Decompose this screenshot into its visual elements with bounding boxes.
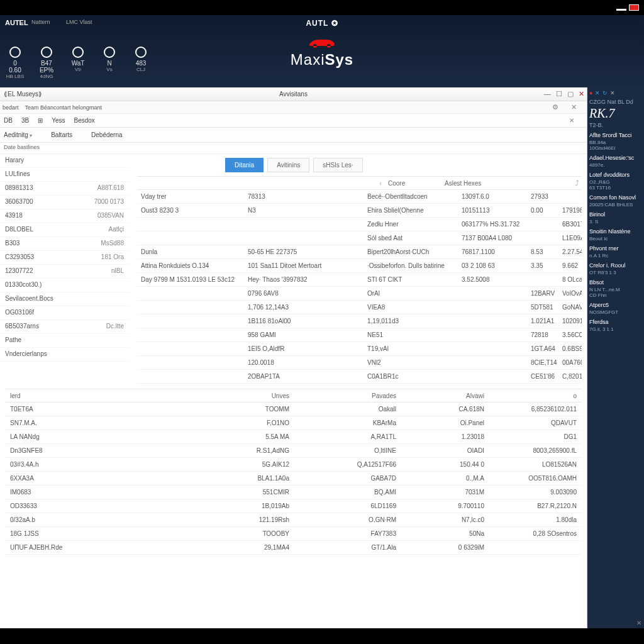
table-row[interactable]: Zedłu Hner063177% HS.31.7326B3017: [137, 218, 582, 231]
table-row[interactable]: 18G 1JSSТОOOBYFAY738350Na0,28 SOsentros: [5, 527, 582, 541]
table-row[interactable]: 1,706 12,14A3VIEA85DT581GoNAV: [137, 301, 582, 314]
table-row[interactable]: Sól sbed Aat7137 B00A4 L080L1E09AG: [137, 231, 582, 245]
side-item: Sevilacoent.Bocs: [0, 292, 129, 306]
menubar: bedart Team Béancontart helongmant ⚙ ✕: [0, 101, 587, 114]
table-row[interactable]: 1B116 81oAl001,19,011d31.021A1102091388: [137, 314, 582, 328]
ribbon-bartarts[interactable]: Baltarts: [51, 131, 72, 138]
export-icon[interactable]: ⤴: [573, 179, 582, 187]
side-item: 439180385VAN: [0, 209, 129, 223]
table-row[interactable]: UПUF AJEBH.Rde29,1MA4GT/1.Ala0 6329iM: [5, 541, 582, 555]
sub-brand-2: LMC Vlast: [66, 19, 92, 25]
panel-section: Comon fon Nasovl20025:CAB BHLES: [589, 194, 642, 208]
brand-label: AUTEL: [5, 19, 28, 26]
panel-section: Aflte Srordl TacciBB.84a10Glsd46EI: [589, 132, 642, 151]
menu-item-2[interactable]: Team Béancontart helongmant: [25, 104, 103, 111]
car-icon: [291, 35, 353, 51]
table-row[interactable]: Day 9799 M 1531.0193 LE 53c12Hey· Thaos …: [137, 273, 582, 287]
table-row[interactable]: 0796 6AV8OrAl12BARVVolOvAll: [137, 287, 582, 301]
table2-header: lerd Unves Pavades Alvawi o: [5, 389, 582, 402]
col-aslest[interactable]: Aslest Hexes: [441, 180, 510, 187]
right-panel: ● ✕ ↻ ✕ CZGG Nat BL Dd RK.7 T2-B. Aflte …: [587, 87, 644, 628]
panel-section: Fferdsa7G.il, 3 1 1: [589, 319, 642, 332]
panel-sub: T2-B.: [589, 122, 642, 128]
tool-3b[interactable]: 3B: [21, 117, 29, 124]
table-row[interactable]: OD336331B,019Ab6LD11699.700110B27.R,2120…: [5, 499, 582, 513]
col-coore[interactable]: Coore: [384, 180, 441, 187]
tab-avitinins[interactable]: Avitinins: [267, 158, 309, 172]
ribbon: Aeditnitg Baltarts Debéderna: [0, 128, 587, 143]
minimize-button[interactable]: —: [544, 90, 551, 98]
panel-icons: ● ✕ ↻ ✕: [589, 90, 642, 96]
table-row[interactable]: Attina Ronkduiets O.134101 Saa11 Ditoet …: [137, 259, 582, 273]
ribbon-editing[interactable]: Aeditnitg: [4, 131, 32, 138]
record-icon[interactable]: ●: [589, 90, 592, 96]
panel-section: Lotef dvodditorsO2.,R&G63 T3T16: [589, 172, 642, 191]
tool-yess[interactable]: Yess: [52, 117, 65, 124]
main-table: Ditania Avitinins sHSIs Les· ‹ Coore Asl…: [132, 154, 587, 384]
table-row[interactable]: 1EI5 O,AldfRT19,vAl1GT.A640.6BS90AfH: [137, 342, 582, 356]
panel-big-value: RK.7: [589, 106, 642, 121]
grey-x-icon[interactable]: ✕: [610, 90, 615, 96]
tool-grid-icon[interactable]: ⊞: [38, 117, 43, 124]
gauge-1: B47EP%4dNG: [35, 47, 58, 79]
table-row[interactable]: T0ET6ATOOMMOakallCA.618N6,85236102.011: [5, 402, 582, 416]
panel-section: Adael.Hesesie:'sc4897e.: [589, 155, 642, 168]
breadcrumb[interactable]: ⟪EL Museys⟫: [4, 91, 42, 97]
table-row[interactable]: 2OBAP1TAC0A1BR1cCE51'86C,82010: [137, 370, 582, 384]
table-row[interactable]: Dunla50-65 HE 227375Bipert20lhAorst·CUCh…: [137, 245, 582, 259]
side-item: LULfines: [0, 168, 129, 182]
panel-section: Birinol3. S: [589, 211, 642, 225]
signal-icon: [616, 4, 626, 11]
tool-besdox[interactable]: Besdox: [74, 117, 94, 124]
prev-icon[interactable]: ‹: [377, 179, 384, 187]
battery-icon: [629, 4, 639, 11]
gauge-4: 483CLJ: [130, 47, 152, 79]
maximize-button[interactable]: ▢: [567, 90, 574, 98]
side-item: B303MsSd88: [0, 237, 129, 251]
window-titlebar: ⟪EL Museys⟫ Avvisitans — ☐ ▢ ✕: [0, 87, 587, 101]
blue-x-icon[interactable]: ✕: [595, 90, 600, 96]
side-item: 01330cot30.): [0, 279, 129, 292]
inner-close-button[interactable]: ✕: [571, 103, 577, 111]
center-brand: AUTL ✪: [306, 19, 338, 28]
tab-ditania[interactable]: Ditania: [225, 158, 264, 172]
table-row[interactable]: 0/32aA.b121.19RshO.GN·RMN7,lc.c01.80dla: [5, 513, 582, 527]
table-row[interactable]: 6XXA3ABLA1.1A0aGABA7D0.,M.AOO5T816.OAMH: [5, 472, 582, 486]
system-status-bar: [0, 0, 644, 15]
sub-brand-1: Nattern: [31, 19, 50, 25]
table-row[interactable]: 120.0018VNl28ClE,T1400A760H3: [137, 356, 582, 370]
toolbar: DB 3B ⊞ Yess Besdox ✕: [0, 114, 587, 128]
logo-text: MaxiSys: [291, 51, 353, 69]
table-row[interactable]: Dn3GNFE8R.S1,AdNGO,ltIINEOIADI8003,26590…: [5, 444, 582, 458]
refresh-icon[interactable]: ↻: [602, 90, 608, 96]
ribbon-reledoma[interactable]: Debéderna: [91, 131, 122, 138]
menu-item-1[interactable]: bedart: [3, 104, 19, 111]
close-button[interactable]: ✕: [579, 90, 584, 98]
table-row[interactable]: LA NANdg5.5A MAA,RA1TL1.23018DG1: [5, 430, 582, 444]
tool-db[interactable]: DB: [4, 117, 13, 124]
footer-close-icon[interactable]: ✕: [636, 619, 641, 626]
window-title: Avvisitans: [279, 91, 308, 97]
table-row[interactable]: Vday trer78313Becé··Obentlltadcoen1309T.…: [137, 190, 582, 204]
content-area: Harary LULfines 08981313A88T.618 3606370…: [0, 154, 587, 628]
side-item: Harary: [0, 154, 129, 168]
panel-title: CZGG Nat BL Dd: [589, 99, 642, 105]
side-item: Pathe: [0, 334, 129, 348]
gauge-0: 00.60HB LBS: [4, 47, 26, 79]
table-row[interactable]: 958 GAMlNE51728183.56C01BT: [137, 328, 582, 342]
app-header: AUTEL Nattern LMC Vlast AUTL ✪ MaxiSys 0…: [0, 15, 644, 87]
settings-icon[interactable]: ⚙: [552, 103, 558, 111]
table-row[interactable]: Oust3 8230 3N3Ehira Sbliel(Ohenne1015111…: [137, 204, 582, 218]
table-row[interactable]: 03#3.4A.h5G.AIK12Q,A12517F66150.44 0LO81…: [5, 458, 582, 472]
side-item: OG03106f: [0, 306, 129, 320]
panel-section: Crelor i. RooulOT R8'3 1 3: [589, 262, 642, 275]
bottom-bar: [0, 628, 644, 644]
table-row[interactable]: IM0683551CMIRBQ,AMI7031M9.003090: [5, 486, 582, 499]
table-row[interactable]: SN7.M.A.F,O1NOKBArMaOi.PanelQDAVUT: [5, 416, 582, 430]
toolbar-close-icon[interactable]: ✕: [569, 117, 574, 124]
restore-button[interactable]: ☐: [556, 90, 562, 98]
tab-shsis[interactable]: sHSIs Les·: [313, 158, 362, 172]
lower-table: lerd Unves Pavades Alvawi o T0ET6ATOOMMO…: [5, 389, 582, 555]
main-panel: ⟪EL Museys⟫ Avvisitans — ☐ ▢ ✕ bedart Te…: [0, 87, 587, 628]
side-item: Vndercierlanps: [0, 348, 129, 362]
